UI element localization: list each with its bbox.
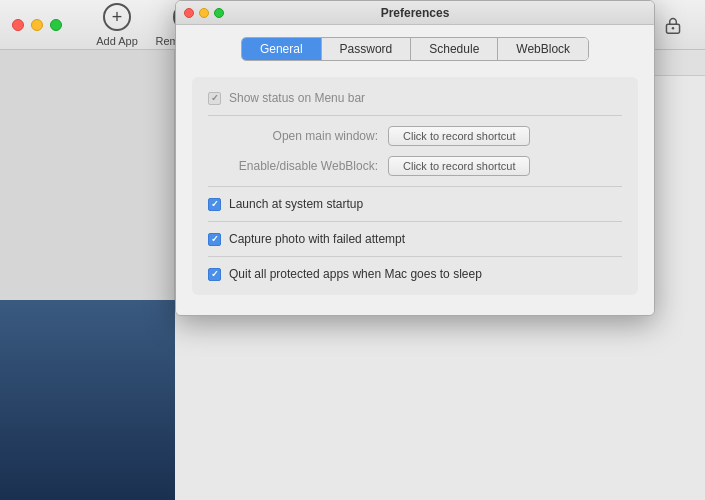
add-app-button[interactable]: + Add App [82,0,152,53]
minimize-button[interactable] [31,19,43,31]
lock-button[interactable] [653,10,693,40]
webblock-shortcut-button[interactable]: Click to record shortcut [388,156,530,176]
open-main-label: Open main window: [208,129,388,143]
settings-section: Show status on Menu bar Open main window… [192,77,638,295]
content-area: Photo Preferences General [0,50,705,500]
divider-4 [208,256,622,257]
enable-webblock-row: Enable/disable WebBlock: Click to record… [208,156,622,176]
add-icon: + [103,3,131,31]
preferences-dialog: Preferences General Password Schedule [175,50,655,316]
tab-webblock[interactable]: WebBlock [498,50,588,60]
quit-protected-row: Quit all protected apps when Mac goes to… [208,267,622,281]
launch-startup-checkbox[interactable] [208,198,221,211]
launch-startup-label: Launch at system startup [229,197,363,211]
background-decoration [0,300,175,500]
open-main-row: Open main window: Click to record shortc… [208,126,622,146]
prefs-body: General Password Schedule WebBlock [176,50,654,315]
divider-2 [208,186,622,187]
add-app-label: Add App [96,35,138,47]
open-main-shortcut-button[interactable]: Click to record shortcut [388,126,530,146]
capture-photo-checkbox[interactable] [208,233,221,246]
enable-webblock-label: Enable/disable WebBlock: [208,159,388,173]
svg-point-10 [672,27,674,29]
lock-icon [664,16,682,34]
main-window: + Add App − Remove App Cisdem AppCrypt(N… [0,0,705,500]
quit-protected-label: Quit all protected apps when Mac goes to… [229,267,482,281]
prefs-tabs: General Password Schedule WebBlock [241,50,589,61]
maximize-button[interactable] [50,19,62,31]
capture-photo-row: Capture photo with failed attempt [208,232,622,246]
window-controls [12,19,62,31]
tab-general[interactable]: General [242,50,322,60]
show-status-row: Show status on Menu bar [208,91,622,105]
launch-startup-row: Launch at system startup [208,197,622,211]
tab-schedule[interactable]: Schedule [411,50,498,60]
left-panel [0,50,175,500]
divider-1 [208,115,622,116]
divider-3 [208,221,622,222]
show-status-checkbox[interactable] [208,92,221,105]
quit-protected-checkbox[interactable] [208,268,221,281]
close-button[interactable] [12,19,24,31]
capture-photo-label: Capture photo with failed attempt [229,232,405,246]
tab-password[interactable]: Password [322,50,412,60]
show-status-label: Show status on Menu bar [229,91,365,105]
